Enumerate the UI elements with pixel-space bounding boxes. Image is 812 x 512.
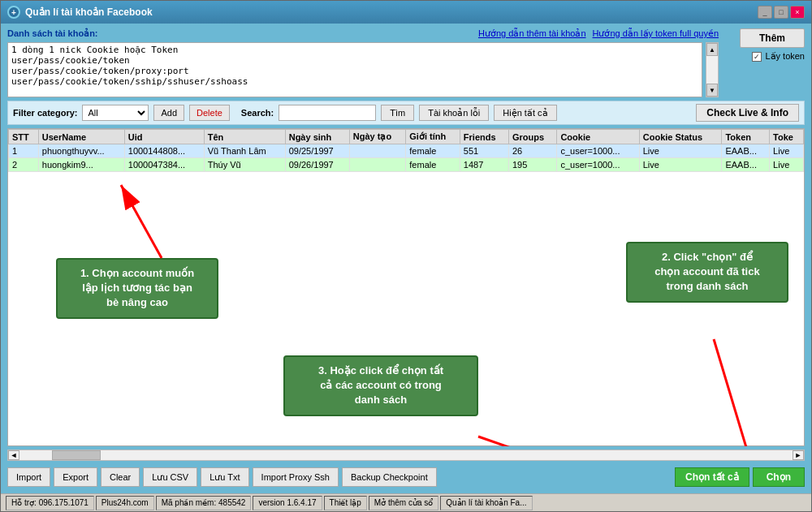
textarea-wrapper: 1 dòng 1 nick Cookie hoặc Token user/pas… xyxy=(7,42,719,97)
filter-select[interactable]: All Live Die Checkpoint xyxy=(82,105,149,121)
table-cell: 1487 xyxy=(460,158,508,172)
window-icon: + xyxy=(7,6,20,19)
col-token: Token xyxy=(722,130,770,144)
col-gioitinh: Giới tính xyxy=(406,130,460,144)
col-uid: Uid xyxy=(124,130,204,144)
window-title: Quản lí tài khoản Facebook xyxy=(25,6,753,18)
table-header-row: STT UserName Uid Tên Ngày sinh Ngày tạo … xyxy=(9,130,804,144)
col-ten: Tên xyxy=(204,130,285,144)
table-cell: Live xyxy=(770,158,804,172)
textarea-scrollbar[interactable]: ▲ ▼ xyxy=(706,42,719,97)
scroll-thumb[interactable] xyxy=(52,450,101,460)
table-cell: Live xyxy=(639,144,722,158)
huong-dan-lay-link[interactable]: Hướng dẫn lấy token full quyền xyxy=(593,28,719,39)
col-friends: Friends xyxy=(460,130,508,144)
search-input[interactable] xyxy=(279,105,376,121)
scroll-right[interactable]: ► xyxy=(793,450,804,460)
table-cell: EAAB... xyxy=(722,144,770,158)
backup-button[interactable]: Backup Checkpoint xyxy=(342,467,437,487)
table-cell: female xyxy=(406,144,460,158)
table-cell: 2 xyxy=(9,158,39,172)
scroll-up[interactable]: ▲ xyxy=(706,43,718,56)
table-row[interactable]: 2huongkim9...1000047384...Thúy Vũ09/26/1… xyxy=(9,158,804,172)
status-plus24h: Plus24h.com xyxy=(96,496,154,510)
tai-khoan-loi-button[interactable]: Tài khoản lỗi xyxy=(419,105,489,121)
luu-csv-button[interactable]: Lưu CSV xyxy=(143,467,197,487)
filter-row: Filter category: All Live Die Checkpoint… xyxy=(7,101,805,125)
table-cell: 551 xyxy=(460,144,508,158)
col-toke: Toke xyxy=(770,130,804,144)
window-controls: _ □ × xyxy=(758,6,805,19)
col-groups: Groups xyxy=(509,130,557,144)
table-cell: 09/25/1997 xyxy=(285,144,349,158)
status-hotro: Hỗ trợ: 096.175.1071 xyxy=(6,496,94,510)
lay-token-label: Lấy token xyxy=(765,51,805,62)
luu-txt-button[interactable]: Lưu Txt xyxy=(201,467,248,487)
delete-button[interactable]: Delete xyxy=(189,105,230,121)
table-cell: c_user=1000... xyxy=(557,158,639,172)
table-cell: female xyxy=(406,158,460,172)
filter-label: Filter category: xyxy=(13,108,77,118)
table-cell: 09/26/1997 xyxy=(285,158,349,172)
table-cell: Vũ Thanh Lâm xyxy=(204,144,285,158)
table-cell: 1000047384... xyxy=(124,158,204,172)
minimize-button[interactable]: _ xyxy=(758,6,772,19)
col-username: UserName xyxy=(38,130,124,144)
maximize-button[interactable]: □ xyxy=(774,6,788,19)
status-thietlap: Thiết lập xyxy=(324,496,367,510)
table-cell: 1 xyxy=(9,144,39,158)
hien-tat-ca-button[interactable]: Hiện tất cả xyxy=(494,105,556,121)
table-cell: 26 xyxy=(509,144,557,158)
main-body: Danh sách tài khoản: Hướng dẫn thêm tài … xyxy=(1,24,811,493)
lay-token-checkbox[interactable] xyxy=(752,52,762,62)
lay-token-row: Lấy token xyxy=(752,51,805,62)
links-row: Hướng dẫn thêm tài khoản Hướng dẫn lấy t… xyxy=(478,28,719,39)
scroll-left[interactable]: ◄ xyxy=(8,450,19,460)
right-top: Thêm Lấy token xyxy=(723,28,805,62)
col-cookiestatus: Cookie Status xyxy=(639,130,722,144)
export-button[interactable]: Export xyxy=(54,467,97,487)
horizontal-scrollbar[interactable]: ◄ ► xyxy=(7,450,805,461)
status-maphanmem: Mã phần mềm: 485542 xyxy=(156,496,252,510)
tim-button[interactable]: Tìm xyxy=(381,105,414,121)
table-cell xyxy=(349,158,406,172)
them-button[interactable]: Thêm xyxy=(740,28,805,48)
bottom-bar: Import Export Clear Lưu CSV Lưu Txt Impo… xyxy=(7,464,805,488)
huong-dan-them-link[interactable]: Hướng dẫn thêm tài khoản xyxy=(478,28,586,39)
close-button[interactable]: × xyxy=(790,6,805,19)
chon-tat-ca-button[interactable]: Chọn tất cả xyxy=(675,467,749,487)
import-button[interactable]: Import xyxy=(7,467,50,487)
main-window: + Quản lí tài khoản Facebook _ □ × Danh … xyxy=(0,0,812,512)
table-cell: 1000144808... xyxy=(124,144,204,158)
table-cell: c_user=1000... xyxy=(557,144,639,158)
status-version: version 1.6.4.17 xyxy=(253,496,322,510)
status-quanli: Quản lí tài khoản Fa... xyxy=(440,496,532,510)
table-cell: Thúy Vũ xyxy=(204,158,285,172)
col-ngaysinh: Ngày sinh xyxy=(285,130,349,144)
table-cell: EAAB... xyxy=(722,158,770,172)
scroll-down[interactable]: ▼ xyxy=(706,84,718,97)
token-textarea[interactable]: 1 dòng 1 nick Cookie hoặc Token user/pas… xyxy=(7,42,702,97)
chon-button[interactable]: Chọn xyxy=(753,467,805,487)
import-proxy-button[interactable]: Import Proxy Ssh xyxy=(253,467,339,487)
search-label: Search: xyxy=(241,108,274,118)
titlebar: + Quản lí tài khoản Facebook _ □ × xyxy=(1,1,811,24)
table-cell: Live xyxy=(639,158,722,172)
table-cell: huongkim9... xyxy=(38,158,124,172)
col-stt: STT xyxy=(9,130,39,144)
table-row[interactable]: 1phuongthuyvv...1000144808...Vũ Thanh Lâ… xyxy=(9,144,804,158)
left-top: Danh sách tài khoản: Hướng dẫn thêm tài … xyxy=(7,28,719,97)
status-mothem: Mở thêm cửa sổ xyxy=(369,496,438,510)
col-ngaytao: Ngày tạo xyxy=(349,130,406,144)
check-live-button[interactable]: Check Live & Info xyxy=(696,104,799,122)
add-button[interactable]: Add xyxy=(153,105,184,121)
table-cell xyxy=(349,144,406,158)
top-section: Danh sách tài khoản: Hướng dẫn thêm tài … xyxy=(7,28,805,97)
col-cookie: Cookie xyxy=(557,130,639,144)
account-list-label: Danh sách tài khoản: xyxy=(7,28,98,39)
table-cell: Live xyxy=(770,144,804,158)
clear-button[interactable]: Clear xyxy=(101,467,140,487)
table-cell: 195 xyxy=(509,158,557,172)
table-container: STT UserName Uid Tên Ngày sinh Ngày tạo … xyxy=(7,128,805,446)
statusbar: Hỗ trợ: 096.175.1071 Plus24h.com Mã phần… xyxy=(1,493,811,511)
